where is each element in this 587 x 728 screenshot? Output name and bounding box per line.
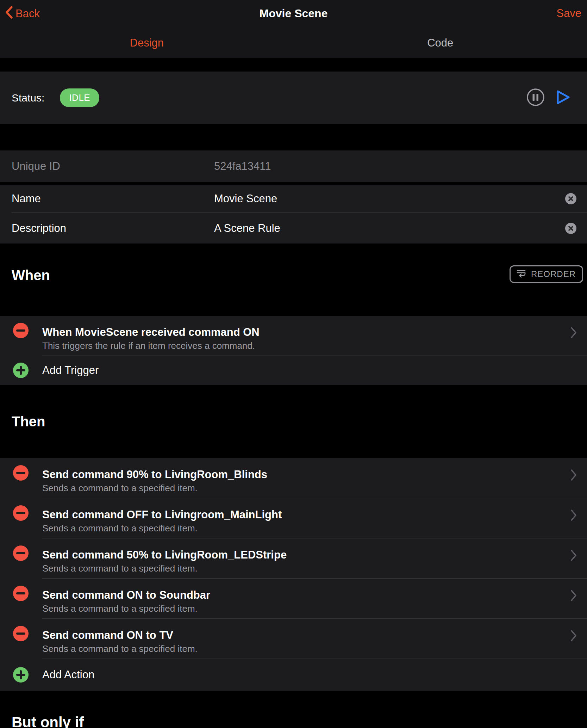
then-header: Then [0,385,587,458]
name-row: Name Movie Scene [0,185,587,212]
delete-action-icon[interactable] [13,465,29,481]
action-row-blinds[interactable]: Send command 90% to LivingRoom_Blinds Se… [0,458,587,498]
nav-bar: Back Movie Scene Save [0,0,587,27]
chevron-right-icon [570,589,577,603]
action-title: Send command 50% to LivingRoom_LEDStripe [42,549,562,561]
chevron-right-icon [570,326,577,340]
clear-description-icon[interactable] [565,223,576,234]
delete-action-icon[interactable] [13,626,29,641]
but-only-if-header: But only if [0,691,587,728]
add-action-label: Add Action [42,668,94,681]
chevron-right-icon [570,509,577,523]
trigger-row[interactable]: When MovieScene received command ON This… [0,316,587,356]
chevron-right-icon [570,549,577,563]
clear-name-icon[interactable] [565,193,576,204]
action-title: Send command ON to Soundbar [42,589,562,601]
action-subtitle: Sends a command to a specified item. [42,523,562,533]
top-chrome: Back Movie Scene Save Design Code [0,0,587,58]
name-description-group: Name Movie Scene Description A Scene Rul… [0,185,587,243]
divider-gap [0,124,587,150]
action-subtitle: Sends a command to a specified item. [42,644,562,654]
add-icon [13,363,29,378]
name-field[interactable]: Movie Scene [214,192,277,205]
tab-code[interactable]: Code [294,27,587,58]
unique-id-group: Unique ID 524fa13411 [0,150,587,182]
status-section: Status: IDLE [0,72,587,124]
add-trigger-button[interactable]: Add Trigger [0,356,587,385]
then-title: Then [12,414,45,430]
action-row-ledstripe[interactable]: Send command 50% to LivingRoom_LEDStripe… [0,538,587,578]
reorder-label: REORDER [531,269,576,279]
run-button[interactable] [555,88,572,108]
when-title: When [12,267,50,283]
chevron-right-icon [570,629,577,643]
when-header: When REORDER [0,243,587,316]
pause-button[interactable] [526,88,545,108]
unique-id-value: 524fa13411 [214,160,271,173]
description-label: Description [12,222,214,235]
add-icon [13,667,29,683]
actions-group: Send command 90% to LivingRoom_Blinds Se… [0,458,587,691]
action-subtitle: Sends a command to a specified item. [42,604,562,613]
action-subtitle: Sends a command to a specified item. [42,483,562,493]
pause-icon [526,88,545,108]
status-badge: IDLE [60,88,99,107]
action-title: Send command OFF to Livingroom_MainLight [42,509,562,521]
add-trigger-label: Add Trigger [42,364,99,377]
but-only-if-title: But only if [12,714,84,728]
delete-trigger-icon[interactable] [13,323,29,338]
trigger-subtitle: This triggers the rule if an item receiv… [42,341,562,351]
description-row: Description A Scene Rule [0,213,587,243]
name-label: Name [12,192,214,205]
divider-gap [0,182,587,185]
status-label: Status: [12,92,44,104]
action-subtitle: Sends a command to a specified item. [42,563,562,573]
triggers-group: When MovieScene received command ON This… [0,316,587,385]
trigger-title: When MovieScene received command ON [42,326,562,338]
divider-gap [0,58,587,72]
action-title: Send command 90% to LivingRoom_Blinds [42,469,562,481]
delete-action-icon[interactable] [13,545,29,561]
unique-id-row: Unique ID 524fa13411 [0,150,587,182]
action-row-tv[interactable]: Send command ON to TV Sends a command to… [0,619,587,659]
add-action-button[interactable]: Add Action [0,659,587,691]
description-field[interactable]: A Scene Rule [214,222,280,235]
chevron-right-icon [570,469,577,483]
play-icon [555,88,572,108]
unique-id-label: Unique ID [12,160,214,173]
tab-bar: Design Code [0,27,587,58]
delete-action-icon[interactable] [13,505,29,521]
action-row-soundbar[interactable]: Send command ON to Soundbar Sends a comm… [0,579,587,618]
delete-action-icon[interactable] [13,586,29,601]
page-title: Movie Scene [0,7,587,20]
reorder-button[interactable]: REORDER [510,265,583,283]
action-title: Send command ON to TV [42,629,562,641]
action-row-mainlight[interactable]: Send command OFF to Livingroom_MainLight… [0,498,587,538]
reorder-icon [516,268,527,280]
save-button[interactable]: Save [556,7,581,20]
tab-design[interactable]: Design [0,27,294,58]
